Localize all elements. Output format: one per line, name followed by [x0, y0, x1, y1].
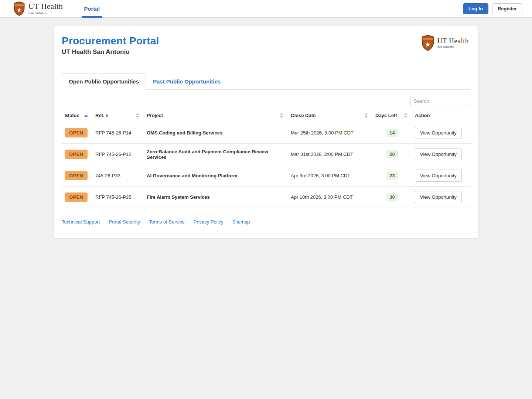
table-row: OPEN RFP 745-26-P12 Zero-Balance Audit a… — [62, 144, 473, 165]
page-title: Procurement Portal — [62, 35, 470, 47]
sort-ascending-icon[interactable] — [84, 115, 88, 117]
status-badge: OPEN — [65, 150, 88, 159]
close-date: Apr 3rd 2026, 3:00 PM CDT — [288, 165, 372, 187]
column-header-action: Action — [412, 110, 473, 122]
view-opportunity-button[interactable]: View Opportunity — [415, 191, 462, 203]
footer-link-terms-of-service[interactable]: Terms of Service — [149, 219, 185, 225]
opportunities-table: Status Ref. # Project — [62, 110, 473, 208]
sort-icon[interactable] — [404, 113, 407, 118]
tab-open-public-opportunities[interactable]: Open Public Opportunities — [62, 73, 146, 90]
column-header-project[interactable]: Project — [144, 110, 288, 122]
ref-number: RFP 745-26-P14 — [92, 122, 144, 144]
card-header: Procurement Portal UT Health San Antonio… — [54, 26, 478, 65]
ref-number: RFP 745-26-P35 — [92, 187, 144, 208]
view-opportunity-button[interactable]: View Opportunity — [415, 170, 462, 182]
sort-icon[interactable] — [280, 113, 283, 118]
sort-icon[interactable] — [136, 113, 139, 118]
view-opportunity-button[interactable]: View Opportunity — [415, 148, 462, 160]
project-name: Fire Alarm System Services — [144, 187, 288, 208]
card-footer: Technical Support Portal Security Terms … — [54, 208, 478, 235]
search-input[interactable] — [410, 96, 470, 106]
sort-icon[interactable] — [364, 113, 368, 118]
close-date: Apr 10th 2026, 3:00 PM CDT — [288, 187, 372, 208]
ut-health-shield-icon — [13, 1, 25, 16]
register-button[interactable]: Register — [492, 3, 522, 14]
procurement-portal-card: Procurement Portal UT Health San Antonio… — [53, 26, 479, 238]
table-row: OPEN RFP 745-26-P14 OMS Coding and Billi… — [62, 122, 473, 144]
ut-health-shield-icon — [421, 34, 435, 51]
tab-bar: Open Public Opportunities Past Public Op… — [62, 73, 470, 90]
days-left-badge: 14 — [386, 129, 398, 137]
ref-number: 745-26-P33 — [92, 165, 144, 187]
column-header-status[interactable]: Status — [62, 110, 92, 122]
column-header-ref[interactable]: Ref. # — [92, 110, 144, 122]
brand-subtitle: San Antonio — [28, 11, 63, 15]
login-button[interactable]: Log In — [463, 3, 488, 14]
table-header-row: Status Ref. # Project — [62, 110, 473, 122]
status-badge: OPEN — [65, 192, 88, 202]
footer-link-sitemap[interactable]: Sitemap — [232, 219, 250, 225]
search-row — [62, 96, 470, 106]
footer-link-portal-security[interactable]: Portal Security — [109, 219, 140, 225]
view-opportunity-button[interactable]: View Opportunity — [415, 127, 462, 139]
navbar-links: Portal — [79, 0, 104, 18]
days-left-badge: 30 — [386, 193, 398, 201]
project-name: Zero-Balance Audit and Payment Complianc… — [144, 144, 288, 165]
close-date: Mar 25th 2026, 3:00 PM CDT — [288, 122, 372, 144]
column-header-days-left[interactable]: Days Left — [372, 110, 412, 122]
card-body: Open Public Opportunities Past Public Op… — [54, 65, 478, 208]
column-header-close-date[interactable]: Close Date — [288, 110, 372, 122]
card-brand-logo: UT Health San Antonio — [421, 34, 469, 51]
footer-link-technical-support[interactable]: Technical Support — [62, 219, 100, 225]
nav-link-portal[interactable]: Portal — [79, 0, 104, 18]
tab-past-public-opportunities[interactable]: Past Public Opportunities — [146, 73, 228, 90]
top-navbar: UT Health San Antonio Portal Log In Regi… — [0, 0, 532, 18]
table-row: OPEN 745-26-P33 AI Governance and Monito… — [62, 165, 473, 187]
navbar-brand[interactable]: UT Health San Antonio — [13, 1, 63, 16]
days-left-badge: 23 — [386, 172, 398, 180]
footer-link-privacy-policy[interactable]: Privacy Policy — [194, 219, 224, 225]
ref-number: RFP 745-26-P12 — [92, 144, 144, 165]
close-date: Mar 31st 2026, 3:00 PM CDT — [288, 144, 372, 165]
brand-name: UT Health — [437, 37, 469, 44]
navbar-actions: Log In Register — [463, 3, 522, 14]
table-row: OPEN RFP 745-26-P35 Fire Alarm System Se… — [62, 187, 473, 208]
days-left-badge: 20 — [386, 150, 398, 158]
status-badge: OPEN — [65, 171, 88, 180]
project-name: OMS Coding and Billing Services — [144, 122, 288, 144]
brand-name: UT Health — [28, 3, 63, 10]
project-name: AI Governance and Monitoring Platform — [144, 165, 288, 187]
brand-subtitle: San Antonio — [437, 45, 469, 48]
status-badge: OPEN — [65, 128, 88, 137]
page-subtitle: UT Health San Antonio — [62, 48, 470, 56]
active-nav-indicator — [82, 16, 102, 18]
